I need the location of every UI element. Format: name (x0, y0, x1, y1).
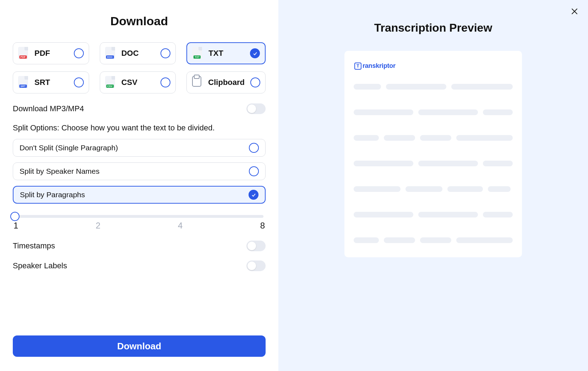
radio-unchecked-icon (160, 48, 170, 58)
preview-line-group (354, 237, 513, 243)
file-pdf-icon: PDF (17, 47, 29, 60)
preview-line-group (354, 161, 513, 166)
download-media-toggle[interactable] (246, 103, 266, 114)
split-option-dont-split[interactable]: Don't Split (Single Paragraph) (13, 139, 266, 157)
toggle-label: Speaker Labels (13, 261, 67, 270)
radio-unchecked-icon (250, 77, 260, 87)
format-option-srt[interactable]: SRT SRT (13, 71, 89, 93)
close-button[interactable] (570, 7, 579, 16)
preview-line-group (354, 186, 513, 192)
format-label: CSV (121, 78, 155, 87)
page-title: Download (13, 14, 266, 28)
radio-checked-icon (250, 48, 260, 58)
slider-tick: 4 (178, 221, 183, 231)
radio-unchecked-icon (74, 77, 84, 87)
split-option-paragraphs[interactable]: Split by Paragraphs (13, 186, 266, 204)
slider-track[interactable] (15, 215, 263, 218)
format-label: DOC (121, 49, 155, 58)
preview-line-group (354, 212, 513, 217)
format-option-csv[interactable]: CSV CSV (100, 71, 176, 93)
split-section-label: Split Options: Choose how you want the t… (13, 123, 266, 133)
radio-unchecked-icon (74, 48, 84, 58)
radio-unchecked-icon (160, 77, 170, 87)
radio-checked-icon (249, 190, 258, 200)
format-option-doc[interactable]: DOC DOC (100, 42, 176, 64)
file-srt-icon: SRT (17, 76, 29, 89)
slider-max: 8 (260, 221, 265, 231)
clipboard-icon (191, 76, 202, 89)
timestamps-toggle[interactable] (246, 241, 266, 251)
preview-card: T ranskriptor (344, 51, 522, 257)
preview-title: Transcription Preview (374, 21, 492, 34)
format-label: PDF (34, 49, 68, 58)
download-media-row: Download MP3/MP4 (13, 103, 266, 114)
timestamps-row: Timestamps (13, 241, 266, 251)
slider-min: 1 (13, 221, 18, 231)
close-icon (570, 7, 579, 16)
file-csv-icon: CSV (104, 76, 116, 89)
split-option-speaker-names[interactable]: Split by Speaker Names (13, 162, 266, 180)
speaker-labels-row: Speaker Labels (13, 260, 266, 271)
toggle-label: Download MP3/MP4 (13, 104, 84, 113)
toggle-label: Timestamps (13, 241, 55, 251)
format-option-clipboard[interactable]: Clipboard (186, 71, 266, 93)
split-option-label: Don't Split (Single Paragraph) (20, 144, 118, 152)
format-label: TXT (208, 49, 244, 58)
speaker-labels-toggle[interactable] (246, 260, 266, 271)
preview-line-group (354, 84, 513, 90)
format-label: Clipboard (208, 78, 245, 87)
preview-line-group (354, 135, 513, 141)
download-button[interactable]: Download (13, 335, 266, 357)
radio-unchecked-icon (249, 166, 259, 176)
split-option-label: Split by Speaker Names (20, 167, 99, 176)
radio-unchecked-icon (249, 143, 259, 153)
preview-line-group (354, 109, 513, 115)
split-option-label: Split by Paragraphs (20, 190, 85, 199)
format-grid: PDF PDF DOC DOC TXT TXT SRT SRT CSV CSV … (13, 42, 266, 93)
slider-thumb[interactable] (10, 212, 20, 221)
slider-labels: 1 2 4 8 (13, 221, 266, 231)
brand-t-icon: T (354, 63, 361, 70)
format-option-txt[interactable]: TXT TXT (186, 42, 266, 64)
paragraph-slider: 1 2 4 8 (13, 213, 266, 231)
brand-logo: T ranskriptor (354, 62, 513, 70)
brand-text: ranskriptor (363, 62, 396, 70)
format-option-pdf[interactable]: PDF PDF (13, 42, 89, 64)
format-label: SRT (34, 78, 68, 87)
file-txt-icon: TXT (191, 47, 203, 60)
slider-tick: 2 (96, 221, 100, 231)
file-doc-icon: DOC (104, 47, 116, 60)
